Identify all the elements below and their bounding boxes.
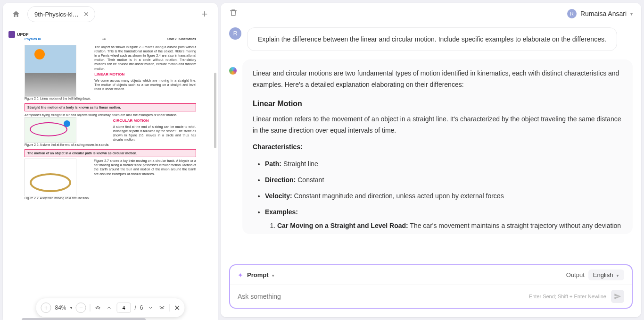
pdf-panel: 9th-Physics-ki… ✕ + UPDF Physics IX 30 U… xyxy=(3,3,218,320)
pdf-toolbar: + 84% ▾ − / 6 ✕ xyxy=(36,298,184,317)
user-avatar: R xyxy=(567,9,577,18)
pdf-figure-2-6 xyxy=(25,117,76,143)
home-button[interactable] xyxy=(8,7,24,22)
user-message: R Explain the difference between the lin… xyxy=(229,27,633,51)
chat-header: R Rumaisa Ansari ▾ xyxy=(221,3,641,25)
prev-page-button[interactable] xyxy=(106,305,113,311)
chat-input[interactable] xyxy=(238,293,524,300)
pdf-viewer[interactable]: Physics IX 30 Unit 2: Kinematics Figure … xyxy=(3,25,218,320)
input-row: Enter Send; Shift + Enter Newline xyxy=(230,285,632,308)
ai-bubble: Linear and circular motions are two fund… xyxy=(242,59,633,234)
pdf-figure-2-7 xyxy=(25,159,76,196)
zoom-in-button[interactable]: + xyxy=(41,303,51,313)
updf-logo: UPDF xyxy=(8,31,29,38)
user-name: Rumaisa Ansari xyxy=(580,10,627,17)
sparkle-icon: ✦ xyxy=(238,271,243,279)
home-icon xyxy=(12,10,20,18)
ai-message: Linear and circular motions are two fund… xyxy=(229,59,633,234)
language-selector[interactable]: English ▼ xyxy=(588,269,624,280)
document-tab[interactable]: 9th-Physics-ki… ✕ xyxy=(27,6,95,22)
first-page-button[interactable] xyxy=(94,304,102,311)
pdf-figure-2-5 xyxy=(25,45,76,97)
ai-avatar-icon xyxy=(229,67,237,75)
zoom-level: 84% xyxy=(55,304,66,311)
delete-button[interactable] xyxy=(229,8,238,19)
next-page-button[interactable] xyxy=(147,305,155,311)
last-page-button[interactable] xyxy=(158,304,166,311)
tab-title: 9th-Physics-ki… xyxy=(34,11,79,18)
pdf-page-number: 30 xyxy=(102,37,106,41)
input-area: ✦ Prompt ▼ Output English ▼ Enter Send; … xyxy=(229,264,633,309)
pdf-page: Physics IX 30 Unit 2: Kinematics Figure … xyxy=(16,30,205,320)
total-pages: 6 xyxy=(140,304,143,311)
horizontal-scrollbar[interactable] xyxy=(22,318,199,320)
zoom-out-button[interactable]: − xyxy=(76,303,86,313)
send-button[interactable] xyxy=(611,290,624,303)
close-icon[interactable]: ✕ xyxy=(83,10,90,18)
chat-messages: R Explain the difference between the lin… xyxy=(221,25,641,264)
prompt-selector[interactable]: Prompt ▼ xyxy=(247,271,275,278)
input-hint: Enter Send; Shift + Enter Newline xyxy=(529,294,606,299)
page-input[interactable] xyxy=(117,303,131,313)
chat-panel: R Rumaisa Ansari ▾ R Explain the differe… xyxy=(221,3,641,317)
chevron-down-icon: ▾ xyxy=(630,11,633,17)
output-label: Output xyxy=(566,271,585,278)
user-avatar-small: R xyxy=(229,27,241,40)
send-icon xyxy=(614,293,621,300)
updf-icon xyxy=(8,31,15,38)
user-menu[interactable]: R Rumaisa Ansari ▾ xyxy=(567,9,633,18)
tab-bar: 9th-Physics-ki… ✕ + xyxy=(3,3,218,25)
add-tab-button[interactable]: + xyxy=(197,7,212,22)
close-toolbar-button[interactable]: ✕ xyxy=(174,303,180,312)
user-bubble: Explain the difference between the linea… xyxy=(247,27,617,51)
input-toolbar: ✦ Prompt ▼ Output English ▼ xyxy=(230,265,632,285)
pdf-unit: Unit 2: Kinematics xyxy=(167,37,196,41)
zoom-caret[interactable]: ▾ xyxy=(70,306,72,310)
vertical-scrollbar[interactable] xyxy=(213,54,216,295)
trash-icon xyxy=(229,8,238,17)
